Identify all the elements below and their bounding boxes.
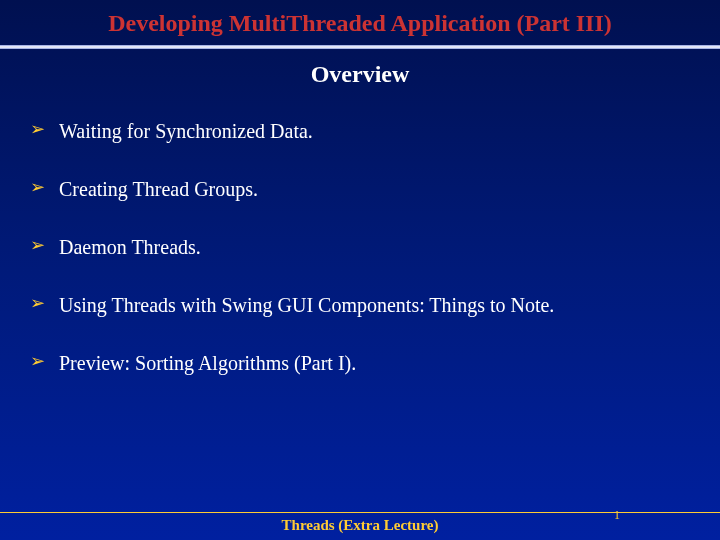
list-item: ➢ Creating Thread Groups. [30,176,690,202]
bullet-arrow-icon: ➢ [30,350,45,373]
bullet-arrow-icon: ➢ [30,292,45,315]
page-number: 1 [614,508,620,523]
bullet-text: Preview: Sorting Algorithms (Part I). [59,350,356,376]
slide-title: Developing MultiThreaded Application (Pa… [0,10,720,37]
header-divider [0,45,720,49]
bullet-text: Waiting for Synchronized Data. [59,118,313,144]
list-item: ➢ Using Threads with Swing GUI Component… [30,292,690,318]
bullet-arrow-icon: ➢ [30,176,45,199]
footer-label: Threads (Extra Lecture) [282,517,439,534]
list-item: ➢ Waiting for Synchronized Data. [30,118,690,144]
slide-subtitle: Overview [0,61,720,88]
bullet-text: Daemon Threads. [59,234,201,260]
bullet-text: Using Threads with Swing GUI Components:… [59,292,554,318]
list-item: ➢ Preview: Sorting Algorithms (Part I). [30,350,690,376]
slide-header: Developing MultiThreaded Application (Pa… [0,0,720,45]
list-item: ➢ Daemon Threads. [30,234,690,260]
bullet-arrow-icon: ➢ [30,118,45,141]
bullet-text: Creating Thread Groups. [59,176,258,202]
bullet-arrow-icon: ➢ [30,234,45,257]
slide-footer: Threads (Extra Lecture) 1 [0,512,720,540]
slide-content: ➢ Waiting for Synchronized Data. ➢ Creat… [0,118,720,376]
